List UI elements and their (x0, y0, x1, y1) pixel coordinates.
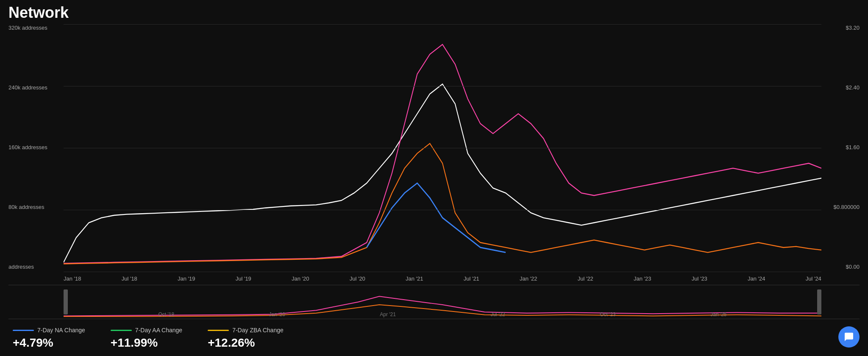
mini-x-2: Jan '20 (269, 312, 285, 317)
x-label-7: Jul '21 (464, 275, 479, 282)
legend-label-row-zba: 7-Day ZBA Change (208, 327, 284, 334)
main-chart: addresses 80k addresses 160k addresses 2… (8, 25, 860, 285)
legend-value-aa: +11.99% (111, 336, 182, 350)
y-axis-right: $0.00 $0.800000 $1.60 $2.40 $3.20 (821, 25, 860, 272)
x-label-5: Jul '20 (350, 275, 365, 282)
legend-value-zba: +12.26% (208, 336, 284, 350)
legend-area: 7-Day NA Change +4.79% 7-Day AA Change +… (8, 323, 860, 352)
mini-chart[interactable]: Oct '18 Jan '20 Apr '21 Jul '22 Oct '23 … (8, 285, 860, 319)
x-label-12: Jan '24 (748, 275, 765, 282)
x-label-6: Jan '21 (406, 275, 423, 282)
y-right-2: $1.60 (821, 144, 860, 150)
chat-button[interactable] (838, 326, 860, 348)
legend-item-zba: 7-Day ZBA Change +12.26% (208, 327, 284, 350)
x-label-1: Jul '18 (122, 275, 137, 282)
grid-line-4 (64, 24, 821, 25)
grid-line-1 (64, 210, 821, 210)
mini-x-4: Jul '22 (490, 312, 505, 317)
x-label-2: Jan '19 (178, 275, 195, 282)
legend-text-zba: 7-Day ZBA Change (232, 327, 284, 334)
legend-line-zba (208, 330, 229, 331)
x-label-4: Jan '20 (292, 275, 309, 282)
legend-labels: 7-Day NA Change +4.79% 7-Day AA Change +… (13, 327, 860, 350)
y-right-4: $3.20 (821, 25, 860, 31)
y-left-0: addresses (8, 264, 64, 270)
mini-x-1: Oct '18 (158, 312, 174, 317)
grid-line-3 (64, 86, 821, 86)
y-right-3: $2.40 (821, 84, 860, 91)
legend-item-na: 7-Day NA Change +4.79% (13, 327, 85, 350)
mini-x-5: Oct '23 (600, 312, 616, 317)
y-left-2: 160k addresses (8, 144, 64, 150)
mini-x-6: Jan '25 (710, 312, 726, 317)
grid-line-2 (64, 148, 821, 148)
x-axis: Jan '18 Jul '18 Jan '19 Jul '19 Jan '20 … (64, 272, 821, 285)
legend-item-aa: 7-Day AA Change +11.99% (111, 327, 182, 350)
x-label-13: Jul '24 (806, 275, 821, 282)
x-label-8: Jan '22 (520, 275, 537, 282)
page-title: Network (8, 4, 860, 21)
legend-line-aa (111, 330, 132, 331)
x-label-9: Jul '22 (578, 275, 593, 282)
chat-icon (844, 332, 854, 342)
grid-lines (64, 25, 821, 272)
chart-plot-area (64, 25, 821, 272)
y-left-4: 320k addresses (8, 25, 64, 31)
mini-x-3: Apr '21 (380, 312, 396, 317)
legend-text-aa: 7-Day AA Change (135, 327, 182, 334)
mini-x-axis: Oct '18 Jan '20 Apr '21 Jul '22 Oct '23 … (64, 310, 821, 319)
y-axis-left: addresses 80k addresses 160k addresses 2… (8, 25, 64, 272)
x-label-10: Jan '23 (634, 275, 651, 282)
legend-text-na: 7-Day NA Change (37, 327, 85, 334)
x-label-11: Jul '23 (692, 275, 707, 282)
legend-label-row-na: 7-Day NA Change (13, 327, 85, 334)
y-left-1: 80k addresses (8, 204, 64, 210)
chart-container: addresses 80k addresses 160k addresses 2… (8, 25, 860, 352)
legend-value-na: +4.79% (13, 336, 85, 350)
x-label-3: Jul '19 (236, 275, 251, 282)
legend-label-row-aa: 7-Day AA Change (111, 327, 182, 334)
x-label-0: Jan '18 (64, 275, 81, 282)
y-right-1: $0.800000 (821, 204, 860, 210)
y-left-3: 240k addresses (8, 84, 64, 91)
legend-line-na (13, 330, 34, 331)
y-right-0: $0.00 (821, 264, 860, 270)
